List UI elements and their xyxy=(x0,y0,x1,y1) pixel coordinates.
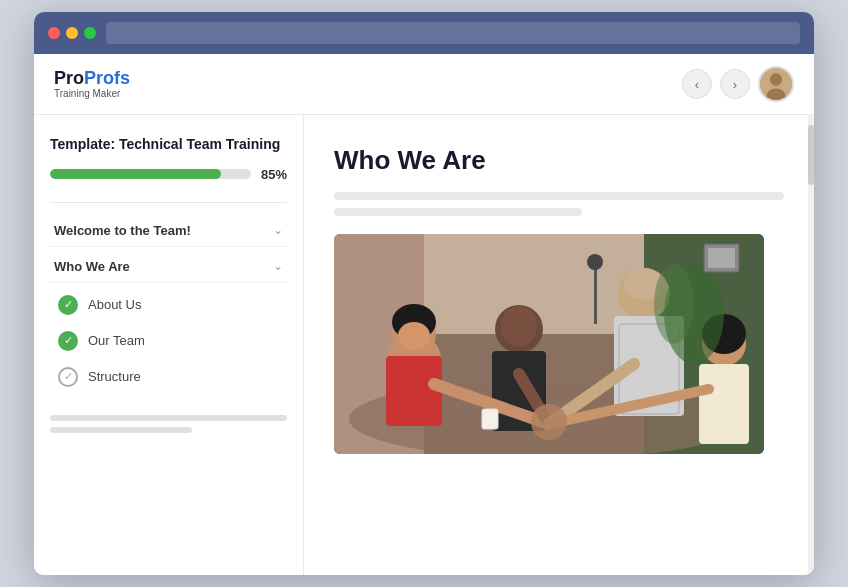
sidebar-section-who-we-are-label: Who We Are xyxy=(54,259,130,274)
svg-point-12 xyxy=(398,322,430,350)
avatar[interactable] xyxy=(758,66,794,102)
content-title: Who We Are xyxy=(334,145,784,176)
browser-window: ProProfs Training Maker ‹ › xyxy=(34,12,814,575)
progress-bar-background xyxy=(50,169,251,179)
sidebar-section-who-we-are-header[interactable]: Who We Are ⌄ xyxy=(50,251,287,283)
svg-rect-31 xyxy=(708,248,735,268)
sidebar-section-welcome-label: Welcome to the Team! xyxy=(54,223,191,238)
logo-text: ProProfs xyxy=(54,69,130,89)
progress-section: 85% xyxy=(50,167,287,182)
browser-chrome xyxy=(34,12,814,54)
nav-forward-button[interactable]: › xyxy=(720,69,750,99)
check-circle-icon-2: ✓ xyxy=(58,331,78,351)
app-container: ProProfs Training Maker ‹ › xyxy=(34,54,814,575)
svg-point-33 xyxy=(587,254,603,270)
sidebar-items-who-we-are: ✓ About Us ✓ Our Team xyxy=(50,283,287,395)
sidebar-section-welcome: Welcome to the Team! ⌄ xyxy=(50,215,287,247)
chevron-down-icon-2: ⌄ xyxy=(273,259,283,273)
content-area: Who We Are xyxy=(304,115,814,575)
content-placeholder-lines xyxy=(334,192,784,216)
progress-bar-fill xyxy=(50,169,221,179)
main-layout: Template: Technical Team Training 85% We… xyxy=(34,115,814,575)
svg-point-27 xyxy=(531,404,567,440)
traffic-light-red[interactable] xyxy=(48,27,60,39)
check-circle-outline-icon: ✓ xyxy=(58,367,78,387)
traffic-light-yellow[interactable] xyxy=(66,27,78,39)
scrollbar-thumb[interactable] xyxy=(808,125,814,185)
traffic-light-green[interactable] xyxy=(84,27,96,39)
check-filled-icon: ✓ xyxy=(58,295,78,315)
content-line-2 xyxy=(334,208,582,216)
check-circle-icon: ✓ xyxy=(58,295,78,315)
nav-back-button[interactable]: ‹ xyxy=(682,69,712,99)
scrollbar-track[interactable] xyxy=(808,115,814,575)
svg-rect-10 xyxy=(386,356,442,426)
sidebar-item-about-us-label: About Us xyxy=(88,297,141,312)
logo-pro: Pro xyxy=(54,68,84,88)
svg-point-15 xyxy=(501,306,537,346)
sidebar-item-structure-label: Structure xyxy=(88,369,141,384)
content-image xyxy=(334,234,764,454)
svg-rect-32 xyxy=(594,264,597,324)
svg-point-29 xyxy=(654,264,694,344)
sidebar-section-welcome-header[interactable]: Welcome to the Team! ⌄ xyxy=(50,215,287,247)
logo: ProProfs Training Maker xyxy=(54,69,130,100)
scroll-indicators xyxy=(50,415,287,433)
check-outline-icon: ✓ xyxy=(58,367,78,387)
traffic-lights xyxy=(48,27,96,39)
sidebar-item-our-team[interactable]: ✓ Our Team xyxy=(54,323,287,359)
logo-subtitle: Training Maker xyxy=(54,88,130,99)
address-bar[interactable] xyxy=(106,22,800,44)
scroll-line-2 xyxy=(50,427,192,433)
header-right: ‹ › xyxy=(682,66,794,102)
sidebar-item-structure[interactable]: ✓ Structure xyxy=(54,359,287,395)
template-title: Template: Technical Team Training xyxy=(50,135,287,155)
logo-profs: Profs xyxy=(84,68,130,88)
sidebar-item-about-us[interactable]: ✓ About Us xyxy=(54,287,287,323)
progress-label: 85% xyxy=(261,167,287,182)
app-header: ProProfs Training Maker ‹ › xyxy=(34,54,814,115)
svg-point-1 xyxy=(770,73,782,85)
svg-rect-21 xyxy=(699,364,749,444)
chevron-down-icon: ⌄ xyxy=(273,223,283,237)
svg-rect-34 xyxy=(482,409,498,429)
sidebar: Template: Technical Team Training 85% We… xyxy=(34,115,304,575)
divider xyxy=(50,202,287,203)
scroll-line-1 xyxy=(50,415,287,421)
sidebar-section-who-we-are: Who We Are ⌄ ✓ About Us xyxy=(50,251,287,395)
content-line-1 xyxy=(334,192,784,200)
check-filled-icon-2: ✓ xyxy=(58,331,78,351)
sidebar-item-our-team-label: Our Team xyxy=(88,333,145,348)
